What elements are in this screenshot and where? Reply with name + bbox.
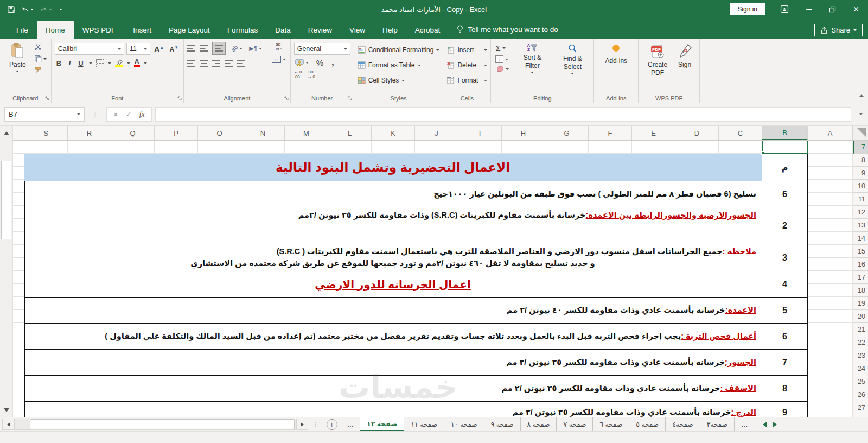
- name-box[interactable]: B7: [4, 107, 85, 122]
- copy-dropdown-caret[interactable]: [43, 58, 47, 61]
- collapse-ribbon-button[interactable]: [859, 91, 864, 100]
- middle-align-button[interactable]: [200, 45, 208, 52]
- active-cell-b7[interactable]: [762, 141, 808, 154]
- comma-style-button[interactable]: ,: [330, 57, 336, 68]
- align-left-button[interactable]: [187, 60, 195, 67]
- table-cell-text[interactable]: الاعمده:خرسانه بأسمنت عادي وذات مقاومه ل…: [24, 298, 762, 323]
- row-header-21[interactable]: 21: [853, 323, 868, 336]
- column-header-o[interactable]: O: [198, 126, 241, 140]
- restore-button[interactable]: [820, 0, 844, 18]
- top-align-button[interactable]: [187, 45, 195, 52]
- undo-dropdown-caret[interactable]: [30, 9, 34, 12]
- autosum-button[interactable]: Σ: [494, 43, 510, 53]
- row-header-22[interactable]: 22: [853, 336, 868, 349]
- table-cell-number[interactable]: 5: [762, 298, 807, 323]
- row-header-18[interactable]: 18: [853, 284, 868, 297]
- table-cell-text[interactable]: تسليح (6 قضبان قطر ٨ مم للمتر الطولي ) ت…: [24, 181, 762, 207]
- borders-button[interactable]: [96, 59, 104, 67]
- column-header-s[interactable]: S: [24, 126, 68, 140]
- align-right-button[interactable]: [212, 60, 220, 67]
- formula-input[interactable]: [155, 107, 851, 122]
- tab-splitter[interactable]: ⋮: [308, 417, 323, 431]
- borders-dropdown-caret[interactable]: [108, 62, 111, 66]
- minimize-button[interactable]: [796, 0, 820, 18]
- hscroll-left-button[interactable]: [2, 419, 14, 430]
- sheet-tab-6[interactable]: صفحه ٧: [557, 417, 593, 431]
- sheet-tab-9[interactable]: صفحه٤: [666, 417, 700, 431]
- font-name-combo[interactable]: Calibri: [55, 43, 124, 55]
- sheet-tab-4[interactable]: صفحه ٩: [484, 417, 521, 431]
- column-header-h[interactable]: H: [502, 126, 545, 140]
- row-header-15[interactable]: 15: [853, 245, 868, 258]
- scroll-down-button[interactable]: [0, 404, 13, 417]
- redo-button[interactable]: [37, 4, 54, 15]
- addins-button[interactable]: Add-ins: [597, 41, 635, 93]
- column-header-q[interactable]: Q: [111, 126, 155, 140]
- table-cell-text[interactable]: الاسقف :خرسانه بأسمنت عادي وذات مقاومه ل…: [24, 376, 762, 401]
- scroll-up-button[interactable]: [0, 126, 13, 139]
- previous-sheet-button[interactable]: [760, 422, 767, 427]
- row-header-8[interactable]: 8: [853, 154, 868, 167]
- redo-dropdown-caret[interactable]: [49, 9, 52, 12]
- fill-button[interactable]: ↓: [494, 55, 510, 64]
- sign-button[interactable]: Sign: [673, 41, 696, 79]
- create-pdf-button[interactable]: PDF Create PDF: [642, 41, 673, 79]
- alignment-dialog-launcher[interactable]: [284, 96, 289, 101]
- sign-in-button[interactable]: Sign in: [730, 3, 765, 15]
- tab-home[interactable]: Home: [37, 21, 74, 39]
- row-header-9[interactable]: 9: [853, 167, 868, 180]
- select-all-corner[interactable]: [853, 126, 868, 140]
- font-color-button[interactable]: A: [134, 59, 140, 67]
- sheet-tab-7[interactable]: صفحه ٦: [593, 417, 629, 431]
- column-header-f[interactable]: F: [589, 126, 632, 140]
- tab-file[interactable]: File: [8, 21, 37, 39]
- number-dialog-launcher[interactable]: [347, 96, 353, 101]
- formula-bar-splitter[interactable]: ⋮: [88, 110, 103, 118]
- merge-center-button[interactable]: ↔: [271, 55, 287, 64]
- delete-cells-button[interactable]: Delete: [446, 59, 487, 72]
- accounting-format-button[interactable]: [294, 59, 310, 66]
- table-cell-number[interactable]: م: [762, 154, 807, 181]
- enter-entry-button[interactable]: ✓: [126, 110, 132, 118]
- row-header-27[interactable]: 27: [853, 401, 868, 414]
- table-cell-text[interactable]: الدرج :خرسانه بأسمنت عادي وذات مقاومه لل…: [24, 402, 762, 417]
- column-header-c[interactable]: C: [719, 126, 762, 140]
- paste-dropdown-caret[interactable]: [16, 71, 19, 74]
- column-header-j[interactable]: J: [415, 126, 458, 140]
- tab-data[interactable]: Data: [266, 21, 299, 39]
- clear-button[interactable]: [494, 65, 510, 73]
- find-select-button[interactable]: Find & Select: [554, 41, 590, 78]
- table-cell-number[interactable]: 3: [762, 244, 807, 271]
- sheet-tab-1[interactable]: صفحه ١٢: [360, 417, 404, 431]
- orientation-button[interactable]: ab: [230, 45, 244, 52]
- table-cell-number[interactable]: 4: [762, 271, 807, 297]
- sheet-tab-10[interactable]: صفحه٣: [700, 417, 735, 431]
- tab-acrobat[interactable]: Acrobat: [406, 21, 449, 39]
- font-size-combo[interactable]: 11: [126, 43, 150, 55]
- cancel-entry-button[interactable]: ×: [113, 110, 118, 119]
- row-header-19[interactable]: 19: [853, 297, 868, 310]
- tab-wps-pdf[interactable]: WPS PDF: [74, 21, 125, 39]
- cut-button[interactable]: [33, 43, 48, 52]
- grow-font-button[interactable]: A▲: [152, 45, 166, 54]
- text-direction-button[interactable]: ▶¶: [248, 45, 263, 53]
- undo-button[interactable]: [19, 4, 35, 15]
- expand-formula-bar-button[interactable]: [854, 112, 868, 117]
- row-header-23[interactable]: 23: [853, 349, 868, 362]
- grid[interactable]: مالاعمال التحضيرية وتشمل البنود التالية6…: [13, 141, 868, 417]
- row-header-14[interactable]: 14: [853, 232, 868, 245]
- row-header-16[interactable]: 16: [853, 258, 868, 271]
- table-cell-text[interactable]: اعمال الخرسانه للدور الارضي: [24, 271, 762, 297]
- table-cell-number[interactable]: 6: [762, 181, 807, 207]
- center-button[interactable]: [200, 60, 208, 67]
- sheet-tab-5[interactable]: صفحه ٨: [521, 417, 557, 431]
- paste-button[interactable]: Paste: [5, 41, 30, 93]
- tab-help[interactable]: Help: [374, 21, 406, 39]
- table-cell-number[interactable]: 2: [762, 207, 807, 244]
- column-header-k[interactable]: K: [372, 126, 415, 140]
- wrap-text-button[interactable]: abc↩: [276, 42, 282, 52]
- table-cell-number[interactable]: 7: [762, 350, 807, 375]
- column-header-m[interactable]: M: [285, 126, 328, 140]
- tab-page-layout[interactable]: Page Layout: [160, 21, 219, 39]
- cell-styles-button[interactable]: Cell Styles: [358, 74, 440, 87]
